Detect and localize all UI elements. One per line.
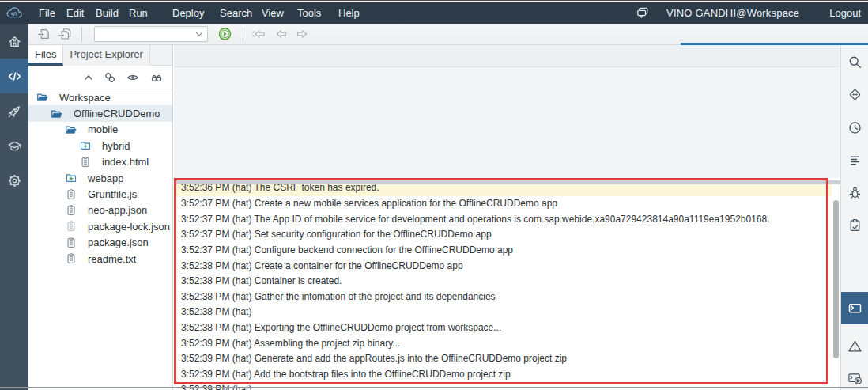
left-rail-item[interactable] (0, 24, 28, 59)
console-log-row[interactable]: 3:52:37 PM (hat) Create a new mobile ser… (174, 196, 832, 212)
console-rows: 3:52:36 PM (hat) The CSRF token has expi… (174, 178, 840, 390)
run-button[interactable] (218, 28, 232, 41)
link-editor-icon[interactable] (104, 71, 116, 84)
toolbar-separator (81, 27, 82, 42)
right-rail-item[interactable] (841, 211, 868, 238)
file-icon (64, 204, 78, 217)
folder-open-icon (36, 91, 50, 104)
left-rail-item[interactable] (0, 93, 28, 128)
right-rail-item[interactable] (841, 292, 868, 324)
tree-row[interactable]: Gruntfile.js (28, 186, 172, 202)
search-files-icon[interactable] (150, 71, 163, 84)
save-button[interactable] (37, 28, 51, 41)
menu-item[interactable]: Run (129, 2, 148, 24)
tree-row-label: Gruntfile.js (88, 188, 137, 200)
tree-row-label: package.json (88, 237, 149, 248)
console-log-row[interactable]: 3:52:38 PM (hat) Gather the infomation o… (174, 290, 832, 305)
menu-item[interactable]: Search (220, 2, 252, 24)
problems-icon (847, 339, 862, 354)
tree-row-label: webapp (88, 172, 124, 184)
navigate-forward-button[interactable] (296, 28, 309, 41)
collapse-all-icon[interactable] (82, 71, 95, 84)
save-icon (37, 28, 51, 41)
menu-item[interactable]: Tools (297, 2, 321, 24)
tree-row-label: hybrid (102, 140, 130, 152)
folder-plus-icon (64, 172, 78, 184)
file-icon (64, 252, 78, 265)
console-splitter-handle[interactable] (174, 180, 840, 184)
console-log-row[interactable]: 3:52:37 PM (hat) Set security configurat… (174, 227, 832, 243)
left-rail-item[interactable] (0, 163, 28, 198)
play-circle-icon (218, 28, 232, 41)
tree-row-label: OfflineCRUDDemo (74, 108, 160, 119)
right-rail-item[interactable] (841, 81, 868, 108)
settings-icon (7, 173, 22, 188)
sap-web-ide-window: FileEditBuildRunDeploySearchViewToolsHel… (0, 0, 868, 390)
console-log-row[interactable]: 3:52:39 PM (hat) Add the bootstrap files… (174, 367, 832, 383)
console-log-row[interactable]: 3:52:38 PM (hat) (174, 305, 832, 320)
console-log-row[interactable]: 3:52:38 PM (hat) Create a container for … (174, 259, 832, 275)
console-panel: 3:52:36 PM (hat) The CSRF token has expi… (174, 178, 840, 390)
tree-row[interactable]: webapp (28, 170, 172, 186)
logout-button[interactable]: Logout (829, 7, 861, 19)
last-edit-location-button[interactable] (252, 28, 266, 41)
file-icon (78, 156, 92, 168)
tree-row[interactable]: readme.txt (28, 251, 172, 267)
user-workspace-label: VINO GANDHI@Workspace (666, 7, 799, 19)
console-log-row[interactable]: 3:52:39 PM (hat) Assembling the project … (174, 336, 832, 352)
rocket-icon (7, 104, 22, 119)
right-rail-item[interactable] (841, 114, 868, 141)
file-icon (64, 188, 78, 201)
tree-row[interactable]: mobile (28, 122, 172, 138)
tree-toolbar (28, 66, 172, 89)
left-rail-item[interactable] (0, 128, 28, 163)
run-configuration-combobox[interactable] (94, 26, 208, 42)
save-all-button[interactable] (58, 28, 72, 41)
workspace-tree: Workspace OfflineCRUDDemo mobile hybrid … (28, 89, 172, 267)
folder-open-icon (64, 123, 78, 136)
tree-row-label: index.html (102, 156, 149, 168)
console-log-row[interactable]: 3:52:37 PM (hat) Configure backend conne… (174, 243, 832, 259)
right-rail-item[interactable] (841, 146, 868, 173)
navigate-back-button[interactable] (274, 28, 288, 41)
right-rail-item[interactable] (841, 48, 868, 75)
console-log-row[interactable]: 3:52:37 PM (hat) The App ID of mobile se… (174, 212, 832, 228)
tree-row[interactable]: package.json (28, 235, 172, 251)
menu-item[interactable]: Help (338, 2, 360, 24)
menu-item[interactable]: Edit (66, 2, 84, 24)
tree-row[interactable]: hybrid (28, 138, 172, 153)
toolbar-separator (243, 27, 243, 42)
console-log-row[interactable]: 3:52:38 PM (hat) Container is created. (174, 274, 832, 290)
save-all-icon (58, 28, 72, 41)
panel-tab[interactable]: Files (28, 45, 63, 66)
chevron-down-icon[interactable] (194, 28, 205, 40)
panel-tab[interactable]: Project Explorer (63, 45, 149, 66)
console-log-row[interactable]: 3:52:39 PM (hat) Generate and add the ap… (174, 351, 832, 367)
folder-open-icon (50, 108, 64, 120)
right-rail-item[interactable] (841, 179, 868, 206)
menu-item[interactable]: Build (96, 2, 119, 24)
history-icon (847, 120, 862, 135)
left-rail-item[interactable] (0, 59, 28, 93)
file-dim-icon (64, 220, 78, 233)
code-icon (7, 69, 22, 84)
show-hidden-files-icon[interactable] (126, 71, 139, 84)
outline-icon (847, 153, 862, 168)
topbar-right: VINO GANDHI@Workspace Logout (634, 2, 868, 24)
education-icon (7, 138, 22, 153)
tree-row[interactable]: neo-app.json (28, 203, 172, 218)
menu-item[interactable]: File (39, 2, 55, 24)
menu-item[interactable]: View (262, 2, 284, 24)
tree-row[interactable]: package-lock.json (28, 218, 172, 234)
menu-item[interactable]: Deploy (172, 2, 204, 24)
tree-row[interactable]: Workspace (28, 89, 172, 105)
tree-row[interactable]: OfflineCRUDDemo (28, 105, 172, 121)
feedback-chat-icon[interactable] (634, 6, 651, 21)
file-icon (64, 237, 78, 249)
right-icon-rail (840, 45, 868, 390)
tree-row[interactable]: index.html (28, 154, 172, 170)
run-console-icon (847, 370, 862, 385)
active-pane-accent-line (681, 43, 868, 45)
right-rail-item[interactable] (841, 332, 868, 359)
console-log-row[interactable]: 3:52:38 PM (hat) Exporting the OfflineCR… (174, 320, 832, 336)
